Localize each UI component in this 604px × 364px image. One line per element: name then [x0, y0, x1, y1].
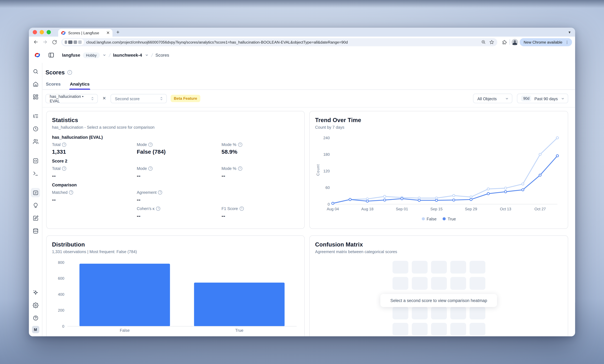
score1-mode-pct-value: 58.9%: [221, 149, 299, 155]
svg-text:0: 0: [328, 202, 330, 206]
clear-score1-button[interactable]: ✕: [102, 96, 107, 101]
tab-close-icon[interactable]: ✕: [106, 31, 110, 35]
help-icon[interactable]: [62, 142, 66, 147]
tab-scores[interactable]: Scores: [45, 79, 61, 89]
score2-mode-value: --: [137, 173, 221, 179]
site-info-redacted[interactable]: [63, 39, 84, 45]
svg-text:200: 200: [58, 308, 64, 313]
fullscreen-window-button[interactable]: [47, 30, 51, 34]
objects-select[interactable]: All Objects: [473, 94, 513, 103]
sidebar-toggle-icon[interactable]: [47, 50, 56, 60]
distribution-title: Distribution: [52, 241, 299, 248]
help-icon[interactable]: [69, 190, 73, 194]
bookmark-star-icon[interactable]: [489, 39, 494, 45]
toolbar-divider: [510, 39, 510, 45]
distribution-bar-chart: 0200400600800FalseTrue: [52, 258, 300, 334]
extensions-icon[interactable]: [501, 38, 508, 46]
tab-analytics[interactable]: Analytics: [70, 79, 90, 89]
project-name[interactable]: launchweek-4: [113, 53, 142, 57]
filter-bar: has_hallucination • EVAL ✕ Second score …: [42, 90, 575, 108]
annotation-icon[interactable]: [31, 213, 40, 223]
confusion-title: Confusion Matrix: [315, 241, 562, 248]
dashboard-icon[interactable]: [31, 92, 40, 101]
help-icon[interactable]: [149, 142, 153, 147]
chrome-update-label: New Chrome available: [524, 40, 562, 44]
langfuse-logo: [34, 52, 40, 58]
heatmap-placeholder-cell: [450, 261, 466, 274]
evaluation-icon[interactable]: [31, 201, 40, 210]
support-icon[interactable]: [31, 313, 40, 323]
org-chevron-icon[interactable]: [102, 53, 106, 57]
heatmap-placeholder-cell: [469, 307, 485, 319]
info-icon[interactable]: [67, 70, 72, 75]
trend-line-chart: 060120180240Aug 04Aug 18Sep 01Sep 15Sep …: [315, 132, 563, 213]
browser-tab[interactable]: Scores | Langfuse ✕: [58, 29, 113, 37]
zoom-icon[interactable]: [481, 40, 486, 44]
chrome-update-pill[interactable]: New Chrome available ⋮: [520, 38, 572, 46]
datasets-icon[interactable]: [31, 226, 40, 236]
breadcrumb-page: Scores: [155, 53, 169, 57]
url-bar[interactable]: cloud.langfuse.com/project/cmhnuoj660007…: [61, 38, 497, 46]
mode-pct-label: Mode %: [221, 142, 236, 147]
tracing-icon[interactable]: [31, 111, 40, 121]
org-name[interactable]: langfuse: [62, 53, 80, 57]
svg-text:Sep 15: Sep 15: [430, 207, 443, 211]
svg-text:800: 800: [58, 260, 64, 264]
heatmap-placeholder-cell: [450, 277, 466, 290]
url-text: cloud.langfuse.com/project/cmhnuoj660007…: [86, 40, 479, 44]
confusion-message: Select a second score to view comparison…: [380, 294, 497, 307]
chrome-menu-icon[interactable]: ⋮: [565, 40, 569, 44]
score2-select[interactable]: Second score: [111, 94, 167, 103]
legend-dot-false: [422, 217, 425, 220]
chevrons-up-down-icon: [91, 96, 94, 100]
user-avatar[interactable]: M: [32, 326, 39, 333]
help-icon[interactable]: [239, 206, 244, 211]
prompts-icon[interactable]: [31, 156, 40, 165]
heatmap-placeholder-cell: [450, 323, 466, 336]
heatmap-placeholder-grid: [392, 261, 485, 290]
date-range-value: Past 90 days: [534, 96, 558, 101]
browser-toolbar: cloud.langfuse.com/project/cmhnuoj660007…: [29, 37, 575, 48]
agreement-label: Agreement: [137, 190, 156, 194]
close-window-button[interactable]: [33, 30, 37, 34]
trend-subtitle: Count by 7 days: [315, 125, 562, 129]
home-icon[interactable]: [31, 79, 40, 88]
playground-icon[interactable]: [31, 169, 40, 178]
minimize-window-button[interactable]: [40, 30, 44, 34]
sessions-icon[interactable]: [31, 124, 40, 133]
beta-feature-badge: Beta Feature: [171, 95, 200, 102]
help-icon[interactable]: [238, 166, 242, 171]
tab-title: Scores | Langfuse: [68, 31, 104, 35]
score1-select[interactable]: has_hallucination • EVAL: [45, 94, 98, 103]
svg-text:Oct 13: Oct 13: [500, 207, 511, 211]
project-chevron-icon[interactable]: [145, 53, 149, 57]
users-icon[interactable]: [31, 137, 40, 146]
help-icon[interactable]: [62, 166, 66, 171]
settings-icon[interactable]: [31, 301, 40, 310]
back-button[interactable]: [32, 38, 40, 46]
new-tab-button[interactable]: +: [116, 29, 120, 35]
svg-text:120: 120: [323, 169, 330, 173]
scores-icon[interactable]: [31, 188, 40, 197]
help-icon[interactable]: [156, 206, 160, 211]
forward-button[interactable]: [41, 38, 49, 46]
heatmap-placeholder-cell: [412, 277, 427, 290]
tab-search-icon[interactable]: ▼: [568, 30, 571, 34]
svg-text:True: True: [235, 328, 243, 333]
total-label: Total: [52, 142, 61, 147]
confusion-matrix-card: Confusion Matrix Agreement matrix betwee…: [309, 235, 568, 336]
svg-text:400: 400: [58, 292, 64, 297]
profile-avatar[interactable]: [512, 39, 518, 45]
help-icon[interactable]: [149, 166, 153, 171]
reload-button[interactable]: [50, 38, 58, 46]
heatmap-placeholder-cell: [392, 307, 408, 319]
sparkles-icon[interactable]: [31, 288, 40, 297]
trend-card: Trend Over Time Count by 7 days 06012018…: [309, 111, 568, 229]
f1-score-value: --: [221, 213, 299, 219]
heatmap-placeholder-cell: [469, 323, 485, 336]
help-icon[interactable]: [238, 142, 242, 147]
search-icon[interactable]: [31, 67, 40, 76]
help-icon[interactable]: [158, 190, 162, 194]
date-range-select[interactable]: 90d Past 90 days: [517, 94, 568, 103]
legend-label-false: False: [427, 216, 437, 221]
